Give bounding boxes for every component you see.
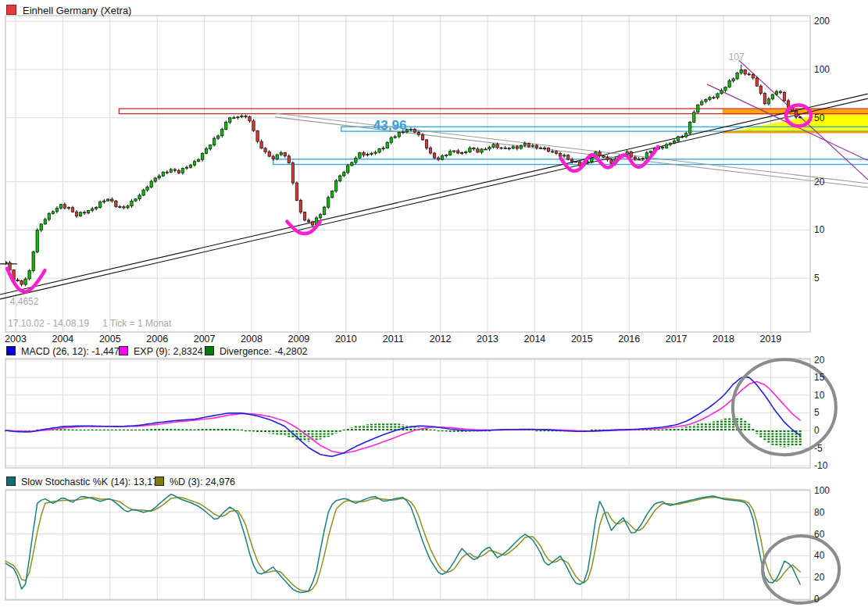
x-axis-year-tick: 2014 [517, 334, 552, 344]
chart-title-row: Einhell Germany (Xetra) [6, 3, 131, 16]
main-y-axis-tick: 50 [814, 112, 824, 123]
x-axis-year-tick: 2003 [0, 334, 33, 344]
x-axis-year-tick: 2012 [423, 334, 458, 344]
macd-y-axis-tick: 10 [814, 390, 824, 401]
stoch-y-axis-tick: 60 [814, 529, 824, 540]
chart-canvas [0, 0, 868, 614]
main-y-axis-tick: 200 [814, 16, 830, 27]
exp-color-icon [119, 346, 128, 355]
x-axis-year-tick: 2016 [612, 334, 646, 344]
macd-legend: MACD (26, 12): -1,4478 EXP (9): 2,8324 D… [0, 346, 868, 359]
main-y-axis-tick: 100 [814, 64, 830, 75]
date-range-label: 17.10.02 - 14.08.19 [8, 318, 89, 329]
stoch-y-axis-tick: 80 [814, 507, 824, 518]
exp-legend-label: EXP (9): 2,8324 [134, 346, 203, 357]
x-axis-year-tick: 2013 [470, 334, 505, 344]
x-axis-year-tick: 2004 [45, 334, 80, 344]
stoch-d-legend-label: %D (3): 24,976 [170, 477, 235, 487]
macd-legend-label: MACD (26, 12): -1,4478 [21, 346, 125, 357]
stoch-y-axis-tick: 20 [814, 572, 824, 583]
x-axis-year-tick: 2019 [753, 334, 788, 344]
stock-chart-application: Einhell Germany (Xetra) 17.10.02 - 14.08… [0, 0, 868, 614]
legend-item-stoch-k: Slow Stochastic %K (14): 13,179 [6, 477, 163, 487]
x-axis-year-tick: 2017 [659, 334, 694, 344]
stoch-y-axis-tick: 0 [814, 594, 820, 605]
page-title: Einhell Germany (Xetra) [23, 5, 131, 16]
x-axis-year-tick: 2005 [93, 334, 127, 344]
chart-annotation-label: 107 [729, 52, 745, 62]
legend-item-macd: MACD (26, 12): -1,4478 [6, 346, 125, 357]
main-y-axis-tick: 20 [814, 177, 824, 187]
x-axis-year-tick: 2007 [188, 334, 222, 344]
x-axis-year-tick: 2009 [281, 334, 316, 344]
x-axis-year-tick: 2015 [565, 334, 599, 344]
x-axis-year-tick: 2006 [140, 334, 174, 344]
tick-interval-label: 1 Tick = 1 Monat [102, 318, 171, 329]
divergence-color-icon [205, 346, 214, 355]
chart-annotation-label: 43,96 [373, 118, 407, 134]
macd-y-axis-tick: -10 [814, 460, 827, 471]
macd-y-axis-tick: 0 [814, 425, 820, 436]
stoch-k-legend-label: Slow Stochastic %K (14): 13,179 [21, 477, 163, 487]
macd-y-axis-tick: 15 [814, 372, 824, 383]
stoch-d-color-icon [155, 477, 164, 486]
main-y-axis-tick: 5 [814, 273, 820, 284]
macd-color-icon [6, 346, 16, 355]
stoch-y-axis-tick: 40 [814, 550, 824, 561]
macd-y-axis-tick: 5 [814, 407, 820, 418]
x-axis-year-tick: 2008 [234, 334, 269, 344]
macd-y-axis-tick: -5 [814, 443, 823, 454]
x-axis-year-tick: 2018 [706, 334, 741, 344]
series-color-icon [6, 5, 16, 15]
stoch-k-color-icon [6, 477, 16, 486]
legend-item-divergence: Divergence: -4,2802 [205, 346, 308, 357]
x-axis-year-tick: 2010 [329, 334, 363, 344]
divergence-legend-label: Divergence: -4,2802 [220, 346, 308, 357]
x-axis-year-tick: 2011 [376, 334, 410, 344]
main-y-axis-tick: 10 [814, 224, 824, 235]
stochastic-legend: Slow Stochastic %K (14): 13,179 %D (3): … [0, 477, 868, 489]
chart-annotation-label: 4,4652 [10, 296, 39, 307]
legend-item-stoch-d: %D (3): 24,976 [155, 477, 235, 487]
legend-item-exp: EXP (9): 2,8324 [119, 346, 203, 357]
